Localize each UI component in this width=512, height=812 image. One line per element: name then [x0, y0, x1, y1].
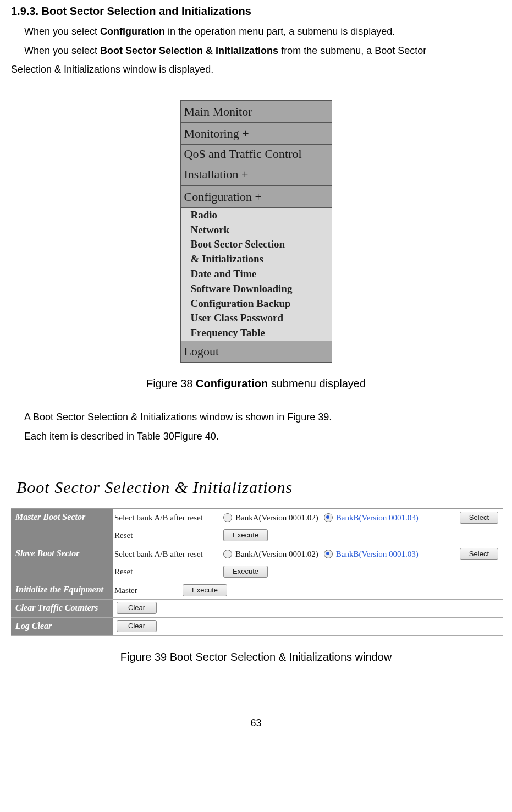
- fig38-caption-post: submenu displayed: [268, 377, 366, 389]
- slave-bank-a-text: BankA(Version 0001.02): [235, 547, 318, 561]
- submenu: Radio Network Boot Sector Selection & In…: [181, 208, 332, 341]
- slave-bank-a-radio[interactable]: [223, 550, 232, 558]
- master-select-text: Select bank A/B after reset: [114, 511, 218, 524]
- figure-39: Boot Sector Selection & Initializations …: [11, 467, 503, 636]
- paragraph-3: A Boot Sector Selection & Initialization…: [24, 409, 501, 426]
- section-heading: 1.9.3. Boot Sector Selection and Initial…: [11, 2, 501, 20]
- paragraph-4: Each item is described in Table 30Figure…: [24, 428, 501, 445]
- init-execute-button[interactable]: Execute: [183, 584, 227, 596]
- slave-select-text: Select bank A/B after reset: [114, 547, 218, 561]
- para1-pre: When you select: [24, 26, 100, 37]
- log-clear-button[interactable]: Clear: [117, 620, 157, 632]
- clear-traffic-row: Clear Traffic Counters Clear: [11, 600, 503, 618]
- master-boot-row: Master Boot Sector Select bank A/B after…: [11, 509, 503, 544]
- slave-reset-text: Reset: [114, 565, 218, 578]
- master-bank-a-radio[interactable]: [223, 513, 232, 522]
- page-number: 63: [11, 715, 501, 731]
- slave-reset-execute-button[interactable]: Execute: [223, 566, 268, 578]
- log-clear-label: Log Clear: [11, 618, 113, 635]
- menu-main-monitor[interactable]: Main Monitor: [181, 101, 332, 123]
- submenu-date-time[interactable]: Date and Time: [189, 267, 332, 282]
- para2-post: from the submenu, a Boot Sector: [278, 45, 426, 56]
- submenu-software-download[interactable]: Software Downloading: [189, 282, 332, 297]
- initialize-equipment-label: Initialize the Equipment: [11, 581, 113, 599]
- figure-39-caption: Figure 39 Boot Sector Selection & Initia…: [11, 648, 501, 666]
- master-bank-a-text: BankA(Version 0001.02): [235, 511, 318, 524]
- init-master-text: Master: [114, 584, 152, 597]
- menu-qos[interactable]: QoS and Traffic Control: [181, 145, 332, 163]
- submenu-bootsector-2[interactable]: & Initializations: [189, 252, 332, 267]
- master-bank-b-radio[interactable]: [324, 513, 333, 522]
- master-reset-execute-button[interactable]: Execute: [223, 529, 268, 541]
- slave-boot-label: Slave Boot Sector: [11, 545, 113, 580]
- paragraph-2-line1: When you select Boot Sector Selection & …: [24, 42, 501, 59]
- clear-traffic-button[interactable]: Clear: [117, 602, 157, 614]
- para2-bold: Boot Sector Selection & Initializations: [100, 45, 278, 56]
- nav-menu: Main Monitor Monitoring + QoS and Traffi…: [180, 100, 332, 363]
- submenu-bootsector-1[interactable]: Boot Sector Selection: [189, 237, 332, 252]
- para1-post: in the operation menu part, a submenu is…: [165, 26, 395, 37]
- fig38-caption-pre: Figure 38: [146, 377, 196, 389]
- initialize-equipment-row: Initialize the Equipment Master Execute: [11, 581, 503, 600]
- slave-select-button[interactable]: Select: [460, 548, 498, 560]
- clear-traffic-label: Clear Traffic Counters: [11, 600, 113, 617]
- master-bank-b-text: BankB(Version 0001.03): [336, 511, 419, 524]
- slave-bank-b-text: BankB(Version 0001.03): [336, 547, 419, 561]
- menu-logout[interactable]: Logout: [181, 341, 332, 362]
- submenu-config-backup[interactable]: Configuration Backup: [189, 297, 332, 311]
- paragraph-1: When you select Configuration in the ope…: [24, 23, 501, 40]
- figure-38: Main Monitor Monitoring + QoS and Traffi…: [180, 100, 332, 363]
- master-reset-text: Reset: [114, 529, 218, 542]
- master-select-button[interactable]: Select: [460, 512, 498, 524]
- submenu-user-password[interactable]: User Class Password: [189, 311, 332, 326]
- para1-bold: Configuration: [100, 26, 165, 37]
- menu-monitoring[interactable]: Monitoring +: [181, 123, 332, 145]
- submenu-radio[interactable]: Radio: [189, 208, 332, 223]
- submenu-network[interactable]: Network: [189, 223, 332, 238]
- slave-boot-row: Slave Boot Sector Select bank A/B after …: [11, 545, 503, 580]
- menu-configuration[interactable]: Configuration +: [181, 186, 332, 208]
- slave-bank-b-radio[interactable]: [324, 550, 333, 558]
- window-title: Boot Sector Selection & Initializations: [11, 467, 503, 509]
- log-clear-row: Log Clear Clear: [11, 618, 503, 636]
- submenu-frequency-table[interactable]: Frequency Table: [189, 326, 332, 341]
- master-boot-label: Master Boot Sector: [11, 509, 113, 544]
- figure-38-caption: Figure 38 Configuration submenu displaye…: [11, 375, 501, 392]
- paragraph-2-line2: Selection & Initializations window is di…: [11, 61, 501, 78]
- fig38-caption-bold: Configuration: [196, 377, 268, 389]
- para2-pre: When you select: [24, 45, 100, 56]
- menu-installation[interactable]: Installation +: [181, 163, 332, 185]
